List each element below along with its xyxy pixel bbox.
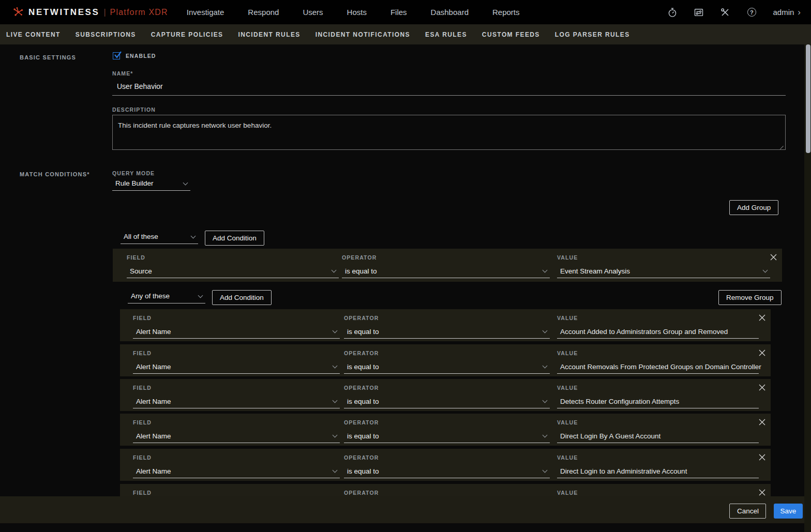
timer-icon[interactable] <box>667 7 678 18</box>
nav-item-reports[interactable]: Reports <box>492 8 520 17</box>
add-group-button[interactable]: Add Group <box>729 200 778 215</box>
remove-condition-button[interactable] <box>758 384 765 391</box>
nav-item-respond[interactable]: Respond <box>248 8 279 17</box>
group2-add-condition-button[interactable]: Add Condition <box>212 290 272 305</box>
operator-column: OPERATOR is equal to <box>344 315 550 339</box>
netwitness-logo-icon <box>12 6 24 18</box>
remove-condition-button[interactable] <box>758 418 765 425</box>
checkmark-icon <box>113 51 123 60</box>
close-icon <box>759 384 765 391</box>
value-label: VALUE <box>557 490 759 496</box>
chevron-down-icon <box>333 433 338 438</box>
condition-row: FIELD Alert Name OPERATOR is equal to VA… <box>120 414 771 446</box>
field-select[interactable]: Alert Name <box>133 361 340 374</box>
operator-column: OPERATOR is equal to <box>344 454 550 478</box>
nav-item-hosts[interactable]: Hosts <box>347 8 367 17</box>
brand[interactable]: NETWITNESS | Platform XDR <box>0 6 168 18</box>
chevron-down-icon <box>763 268 768 273</box>
tab-incident-notifications[interactable]: INCIDENT NOTIFICATIONS <box>316 31 410 38</box>
name-input[interactable]: User Behavior <box>112 75 786 96</box>
value-select[interactable]: Event Stream Analysis <box>557 265 770 278</box>
value-value: Event Stream Analysis <box>560 267 630 275</box>
value-input[interactable]: Detects Router Configuration Attempts <box>557 396 759 408</box>
value-value: Direct Login to an Administrative Accoun… <box>560 467 687 475</box>
description-label: DESCRIPTION <box>112 107 156 113</box>
remove-condition-button[interactable] <box>758 489 765 496</box>
group2-match-select[interactable]: Any of these <box>128 290 205 303</box>
field-select[interactable]: Alert Name <box>133 465 340 478</box>
field-column: FIELD Source <box>127 254 339 278</box>
close-icon <box>759 349 765 356</box>
query-mode-value: Rule Builder <box>115 179 154 187</box>
top-right-controls: ? admin › <box>667 7 811 18</box>
operator-value: is equal to <box>347 432 379 440</box>
condition-row: FIELD Source OPERATOR is equal to VALUE … <box>113 249 782 282</box>
close-icon <box>759 314 765 321</box>
remove-condition-button[interactable] <box>758 349 765 356</box>
user-menu[interactable]: admin › <box>773 7 801 18</box>
operator-select[interactable]: is equal to <box>344 430 550 443</box>
tab-capture-policies[interactable]: CAPTURE POLICIES <box>151 31 223 38</box>
field-select[interactable]: Alert Name <box>133 430 340 443</box>
close-icon <box>759 419 765 425</box>
value-column: VALUE Account Removals From Protected Gr… <box>557 350 759 374</box>
value-input[interactable]: Account Added to Administrators Group an… <box>557 326 759 339</box>
resize-handle-icon[interactable] <box>780 146 784 149</box>
chevron-down-icon <box>543 268 548 273</box>
nav-item-dashboard[interactable]: Dashboard <box>431 8 469 17</box>
tab-log-parser-rules[interactable]: LOG PARSER RULES <box>555 31 630 38</box>
value-input[interactable]: Account Removals From Protected Groups o… <box>557 361 759 374</box>
operator-select[interactable]: is equal to <box>344 361 550 374</box>
remove-condition-button[interactable] <box>758 453 765 461</box>
tab-subscriptions[interactable]: SUBSCRIPTIONS <box>76 31 136 38</box>
condition-row: FIELD Alert Name OPERATOR is equal to VA… <box>120 344 771 376</box>
cancel-button[interactable]: Cancel <box>729 504 766 519</box>
tab-incident-rules[interactable]: INCIDENT RULES <box>238 31 300 38</box>
tab-custom-feeds[interactable]: CUSTOM FEEDS <box>482 31 540 38</box>
field-select[interactable]: Alert Name <box>133 396 340 408</box>
jobs-icon[interactable] <box>694 7 704 18</box>
group1-add-condition-button[interactable]: Add Condition <box>205 231 264 246</box>
field-label: FIELD <box>133 315 340 321</box>
remove-group-button[interactable]: Remove Group <box>718 290 782 305</box>
scrollbar-thumb[interactable] <box>806 44 810 153</box>
operator-select[interactable]: is equal to <box>344 396 550 408</box>
field-select[interactable]: Source <box>127 265 339 278</box>
value-input[interactable]: Direct Login By A Guest Account <box>557 430 759 443</box>
operator-label: OPERATOR <box>344 490 550 496</box>
nav-item-investigate[interactable]: Investigate <box>187 8 224 17</box>
value-input[interactable]: Direct Login to an Administrative Accoun… <box>557 465 759 478</box>
nav-item-files[interactable]: Files <box>391 8 407 17</box>
operator-column: OPERATOR is equal to <box>344 419 550 443</box>
operator-column: OPERATOR is equal to <box>344 385 550 408</box>
operator-select[interactable]: is equal to <box>344 465 550 478</box>
query-mode-select[interactable]: Rule Builder <box>112 177 190 191</box>
description-textarea[interactable]: This incident rule captures network user… <box>112 115 786 150</box>
nav-item-users[interactable]: Users <box>303 8 323 17</box>
chevron-down-icon <box>543 363 548 369</box>
remove-condition-button[interactable] <box>758 314 765 321</box>
field-select[interactable]: Alert Name <box>133 326 340 339</box>
field-label: FIELD <box>133 350 340 356</box>
operator-select[interactable]: is equal to <box>342 265 550 278</box>
save-button[interactable]: Save <box>774 504 803 519</box>
chevron-right-icon: › <box>798 7 801 18</box>
top-nav: NETWITNESS | Platform XDR Investigate Re… <box>0 0 811 24</box>
value-label: VALUE <box>557 254 770 261</box>
operator-label: OPERATOR <box>344 350 550 356</box>
value-label: VALUE <box>557 315 759 321</box>
group1-match-select[interactable]: All of these <box>121 230 198 244</box>
field-column: FIELD Alert Name <box>133 385 340 408</box>
tab-esa-rules[interactable]: ESA RULES <box>425 31 467 38</box>
admin-tools-icon[interactable] <box>720 7 730 18</box>
tab-live-content[interactable]: LIVE CONTENT <box>6 31 61 38</box>
operator-select[interactable]: is equal to <box>344 326 550 339</box>
chevron-down-icon <box>543 433 548 438</box>
enabled-checkbox[interactable] <box>113 52 120 59</box>
field-column: FIELD Alert Name <box>133 454 340 478</box>
user-menu-label: admin <box>773 8 794 17</box>
remove-condition-button[interactable] <box>770 253 777 261</box>
help-icon[interactable]: ? <box>746 7 757 18</box>
basic-settings-section-label: BASIC SETTINGS <box>20 54 76 60</box>
scrollbar[interactable] <box>804 44 811 532</box>
